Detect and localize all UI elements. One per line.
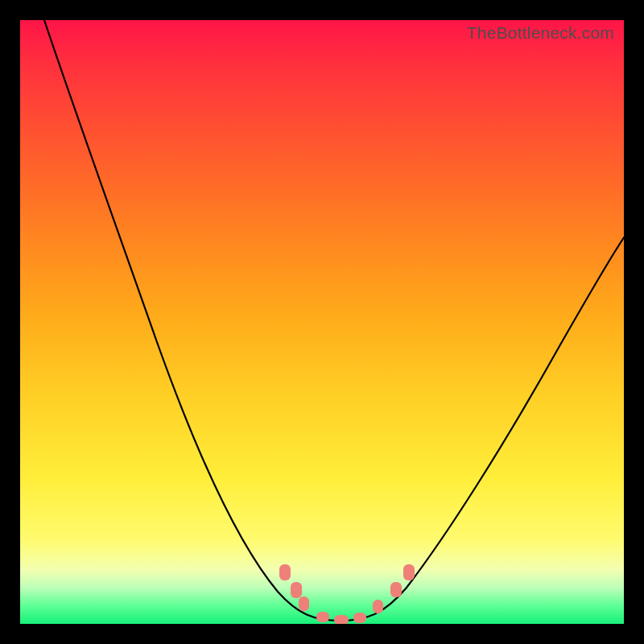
bottleneck-curve bbox=[20, 20, 624, 624]
marker-dot bbox=[353, 613, 366, 623]
plot-area: TheBottleneck.com bbox=[20, 20, 624, 624]
marker-dot bbox=[291, 582, 302, 598]
marker-dot bbox=[279, 564, 291, 580]
marker-dot bbox=[390, 582, 402, 597]
marker-dot bbox=[403, 564, 415, 580]
marker-dot bbox=[316, 612, 329, 622]
curve-path bbox=[44, 20, 624, 621]
marker-group bbox=[279, 564, 415, 624]
marker-dot bbox=[373, 600, 383, 613]
marker-dot bbox=[334, 615, 349, 624]
marker-dot bbox=[299, 597, 309, 611]
chart-frame: TheBottleneck.com bbox=[0, 0, 644, 644]
